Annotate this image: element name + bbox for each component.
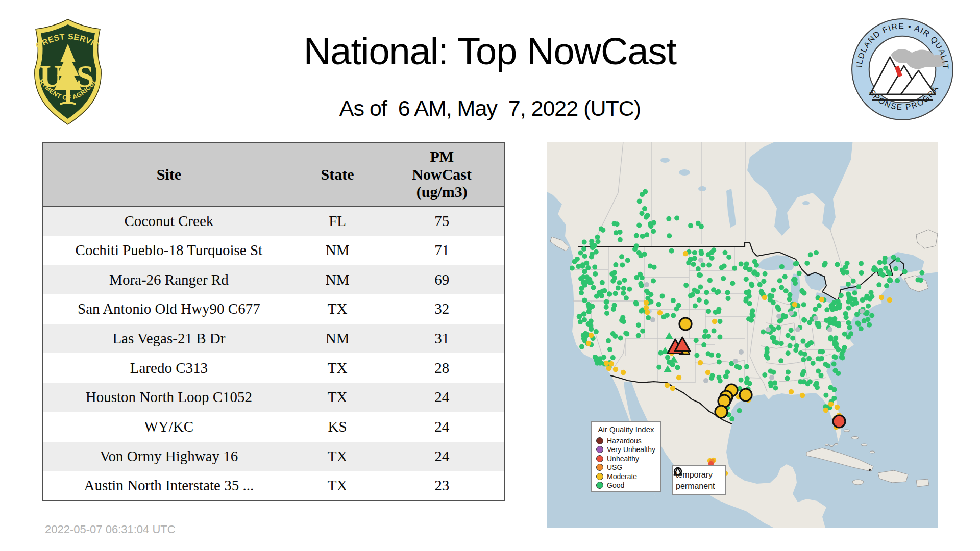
monitor-dot-good [757, 282, 763, 287]
monitor-dot-good [642, 252, 647, 257]
monitor-dot-moderate [665, 383, 670, 388]
table-row: Mora-26 Ranger RdNM69 [42, 265, 504, 294]
monitor-dot-moderate [705, 370, 710, 375]
monitor-dot-good [701, 342, 706, 347]
monitor-dot-good [594, 329, 599, 334]
monitor-dot-inactive [644, 282, 649, 287]
monitor-dot-good [656, 365, 662, 370]
monitor-dot-good [777, 278, 782, 283]
monitor-dot-good [593, 271, 598, 277]
monitor-dot-good [701, 262, 706, 267]
monitor-dot-good [721, 276, 726, 281]
monitor-dot-good [805, 343, 810, 348]
monitor-dot-good [747, 381, 752, 386]
top-nowcast-table: Site State PM NowCast (ug/m3) Coconut Cr… [42, 142, 505, 501]
monitor-dot-good [877, 260, 883, 265]
monitor-dot-good [578, 251, 583, 256]
monitor-dot-good [637, 198, 642, 204]
aqi-monitor-map: Air Quality Index HazardousVery Unhealth… [547, 142, 938, 528]
monitor-dot-good [887, 271, 892, 276]
monitor-dot-good [644, 232, 649, 237]
monitor-dot-good [919, 270, 924, 276]
monitor-dot-good [823, 362, 828, 367]
monitor-dot-good [744, 261, 749, 266]
monitor-dot-good [625, 258, 630, 263]
monitor-dot-moderate [609, 361, 614, 366]
column-header-site: Site [42, 143, 295, 206]
monitor-dot-good [752, 259, 757, 264]
monitor-dot-good [813, 307, 818, 312]
monitor-dot-good [836, 371, 841, 376]
monitor-dot-good [872, 265, 877, 270]
monitor-dot-good [640, 329, 645, 334]
monitor-dot-inactive [769, 375, 774, 380]
monitor-dot-moderate [604, 361, 609, 366]
cell-site: Coconut Creek [42, 206, 295, 236]
monitor-dot-inactive [739, 349, 744, 355]
monitor-dot-good [723, 250, 728, 255]
small-island-dot [869, 469, 871, 471]
monitor-dot-good [693, 304, 698, 309]
cell-state: TX [295, 383, 380, 412]
monitor-dot-good [864, 311, 869, 316]
monitor-dot-good [718, 379, 723, 384]
monitor-dot-moderate [819, 297, 824, 302]
monitor-dot-good [801, 317, 806, 322]
cell-value: 71 [380, 236, 504, 265]
monitor-dot-good [646, 315, 651, 320]
monitor-dot-good [893, 266, 898, 271]
monitor-dot-good [579, 286, 584, 291]
monitor-dot-good [786, 369, 791, 374]
monitor-dot-good [811, 361, 816, 366]
monitor-dot-good [799, 288, 804, 293]
monitor-dot-moderate [800, 393, 805, 398]
cell-site: Cochiti Pueblo-18 Turquoise St [42, 236, 295, 265]
monitor-dot-moderate [657, 310, 663, 315]
monitor-dot-good [596, 239, 601, 244]
monitor-dot-good [776, 307, 781, 312]
monitor-dot-good [782, 274, 788, 280]
aqi-legend-label: Good [607, 481, 624, 489]
monitor-dot-good [686, 260, 691, 265]
monitor-dot-good [869, 290, 874, 295]
monitor-dot-good [729, 416, 734, 421]
monitor-dot-good [816, 369, 821, 374]
monitor-dot-good [836, 347, 841, 353]
monitor-dot-moderate [762, 295, 767, 300]
monitor-dot-good [824, 307, 829, 312]
monitor-dot-good [869, 313, 874, 318]
cell-value: 24 [380, 412, 504, 442]
monitor-dot-good [599, 293, 604, 298]
monitor-dot-good [648, 221, 653, 227]
cell-site: Von Ormy Highway 16 [42, 442, 295, 471]
monitor-dot-good [618, 237, 623, 242]
monitor-dot-good [831, 362, 837, 367]
table-row: Laredo C313TX28 [42, 353, 504, 383]
monitor-dot-good [589, 255, 594, 260]
aqi-swatch-icon [596, 455, 603, 462]
monitor-dot-good [783, 288, 789, 293]
monitor-dot-good [671, 298, 676, 303]
monitor-dot-good [604, 305, 609, 310]
cell-value: 75 [380, 206, 504, 236]
monitor-dot-good [739, 378, 744, 383]
monitor-dot-good [696, 266, 701, 271]
table-row: San Antonio Old Hwy90 C677TX32 [42, 294, 504, 324]
monitor-dot-good [620, 315, 625, 320]
cell-value: 32 [380, 294, 504, 324]
monitor-dot-good [846, 335, 851, 340]
monitor-dot-good [883, 256, 888, 261]
monitor-dot-inactive [703, 378, 708, 383]
monitor-dot-moderate [835, 405, 840, 410]
aqi-swatch-icon [596, 437, 603, 444]
monitor-dot-moderate [676, 375, 681, 380]
cell-site: WY/KC [42, 412, 295, 442]
aqi-legend-label: USG [607, 463, 622, 471]
monitor-dot-good [887, 278, 892, 283]
monitor-dot-good [817, 303, 822, 308]
monitor-dot-good [876, 282, 881, 287]
monitor-dot-good [787, 297, 792, 302]
monitor-dot-good [883, 266, 888, 271]
monitor-dot-good [839, 293, 844, 298]
monitor-dot-good [683, 283, 689, 288]
